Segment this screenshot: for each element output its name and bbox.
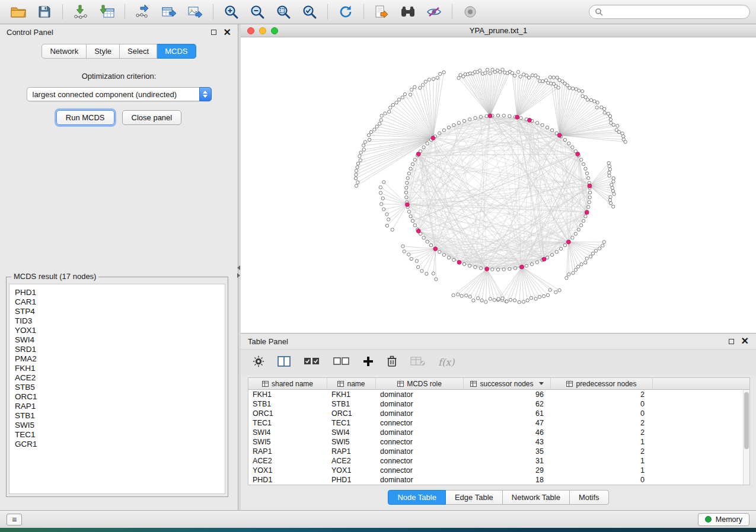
column-header-mcds-role[interactable]: MCDS role [376, 378, 464, 389]
export-network-button[interactable] [130, 2, 155, 22]
zoom-selected-button[interactable] [297, 2, 322, 22]
table-row[interactable]: STB1STB1dominator620 [248, 399, 743, 409]
tab-edge-table[interactable]: Edge Table [446, 490, 503, 505]
tab-style[interactable]: Style [87, 44, 120, 59]
expand-right-icon[interactable] [237, 273, 240, 278]
mcds-result-item[interactable]: SRD1 [15, 345, 219, 354]
mcds-result-item[interactable]: STP4 [15, 307, 219, 316]
table-cell: SWI4 [248, 428, 327, 437]
mcds-result-item[interactable]: PMA2 [15, 354, 219, 364]
close-panel-icon[interactable]: ✕ [224, 28, 231, 37]
table-row[interactable]: TEC1TEC1connector472 [248, 418, 743, 428]
table-cell: dominator [376, 409, 464, 418]
column-header-predecessor-nodes[interactable]: predecessor nodes [551, 378, 653, 389]
table-scrollbar[interactable] [743, 390, 749, 485]
memory-button[interactable]: Memory [698, 513, 749, 526]
select-all-rows-button[interactable] [304, 357, 320, 368]
add-column-button[interactable] [363, 356, 374, 369]
run-mcds-button[interactable]: Run MCDS [56, 110, 114, 125]
zoom-fit-icon [276, 4, 291, 20]
criterion-dropdown[interactable]: largest connected component (undirected) [27, 87, 212, 101]
zoom-in-button[interactable] [219, 2, 244, 22]
tab-network[interactable]: Network [42, 44, 87, 59]
column-header-shared-name[interactable]: shared name [248, 378, 327, 389]
zoom-out-button[interactable] [245, 2, 270, 22]
folder-icon [11, 5, 26, 18]
mcds-result-item[interactable]: ACE2 [15, 373, 219, 383]
chevron-down-icon[interactable] [539, 382, 544, 385]
table-row[interactable]: RAP1RAP1dominator352 [248, 447, 743, 456]
mcds-result-item[interactable]: GCR1 [15, 440, 219, 449]
minimize-window-icon[interactable] [259, 27, 266, 34]
table-header-row: shared name name MCDS role successor nod… [248, 378, 749, 390]
tab-motifs[interactable]: Motifs [570, 490, 609, 505]
column-header-filler [653, 378, 749, 389]
deselect-all-rows-button[interactable] [333, 357, 350, 368]
collapse-left-icon[interactable] [237, 265, 240, 270]
table-row[interactable]: ACE2ACE2connector311 [248, 456, 743, 466]
table-cell: STB1 [327, 400, 376, 408]
float-panel-icon[interactable] [729, 339, 734, 344]
mcds-result-item[interactable]: SWI4 [15, 335, 219, 345]
import-table-button[interactable] [94, 2, 119, 22]
table-settings-button[interactable] [253, 355, 264, 370]
table-row[interactable]: PHD1PHD1dominator180 [248, 475, 743, 485]
status-menu-button[interactable]: ≡ [7, 514, 22, 525]
mcds-result-item[interactable]: YOX1 [15, 326, 219, 335]
share-document-button[interactable] [369, 2, 394, 22]
table-cell: 1 [551, 457, 653, 465]
float-panel-icon[interactable] [211, 30, 216, 35]
mcds-result-item[interactable]: STB5 [15, 383, 219, 392]
save-session-button[interactable] [32, 2, 57, 22]
column-header-name[interactable]: name [327, 378, 376, 389]
table-row[interactable]: FKH1FKH1dominator962 [248, 390, 743, 399]
mcds-result-list[interactable]: PHD1CAR1STP4TID3YOX1SWI4SRD1PMA2FKH1ACE2… [9, 284, 225, 494]
mcds-result-item[interactable]: ORC1 [15, 392, 219, 402]
table-cell: connector [376, 466, 464, 475]
table-cell: 0 [551, 476, 653, 484]
table-row[interactable]: SWI5SWI5connector431 [248, 437, 743, 447]
tab-mcds[interactable]: MCDS [157, 44, 196, 59]
tab-select[interactable]: Select [120, 44, 157, 59]
mcds-result-item[interactable]: SWI5 [15, 421, 219, 430]
tab-network-table[interactable]: Network Table [503, 490, 570, 505]
close-panel-button[interactable]: Close panel [122, 110, 182, 125]
table-cell: 0 [551, 409, 653, 418]
mcds-result-item[interactable]: STB1 [15, 411, 219, 421]
delete-column-button[interactable] [387, 355, 397, 370]
network-canvas[interactable] [241, 37, 756, 333]
export-table-icon [161, 5, 177, 19]
table-cell: connector [376, 419, 464, 427]
column-header-successor-nodes[interactable]: successor nodes [464, 378, 551, 389]
mcds-result-item[interactable]: PHD1 [15, 288, 219, 297]
show-hide-panel-button[interactable] [458, 2, 483, 22]
table-row[interactable]: SWI4SWI4dominator462 [248, 428, 743, 437]
tab-node-table[interactable]: Node Table [388, 490, 446, 505]
show-columns-button[interactable] [277, 356, 291, 369]
scrollbar-thumb[interactable] [744, 392, 749, 449]
node-table-body: FKH1FKH1dominator962STB1STB1dominator620… [248, 390, 743, 485]
maximize-window-icon[interactable] [271, 27, 278, 34]
search-network-button[interactable] [395, 2, 420, 22]
function-builder-button[interactable]: f(x) [438, 357, 454, 368]
open-session-button[interactable] [6, 2, 31, 22]
binoculars-icon [400, 5, 416, 18]
import-network-button[interactable] [68, 2, 93, 22]
close-window-icon[interactable] [247, 27, 254, 34]
mcds-result-item[interactable]: TID3 [15, 316, 219, 326]
export-image-button[interactable] [183, 2, 208, 22]
mcds-result-item[interactable]: CAR1 [15, 297, 219, 307]
mcds-result-item[interactable]: RAP1 [15, 402, 219, 411]
zoom-fit-button[interactable] [271, 2, 296, 22]
global-search-box[interactable] [589, 5, 750, 19]
apply-layout-button[interactable] [333, 2, 358, 22]
toggle-graphics-details-button[interactable] [422, 2, 446, 22]
search-input[interactable] [607, 8, 744, 16]
export-table-button[interactable] [157, 2, 181, 22]
close-panel-icon[interactable]: ✕ [741, 336, 749, 346]
table-row[interactable]: ORC1ORC1dominator610 [248, 409, 743, 418]
mcds-result-item[interactable]: FKH1 [15, 364, 219, 373]
mcds-result-item[interactable]: TEC1 [15, 430, 219, 440]
network-window-titlebar[interactable]: YPA_prune.txt_1 [241, 24, 756, 37]
table-row[interactable]: YOX1YOX1connector291 [248, 466, 743, 475]
